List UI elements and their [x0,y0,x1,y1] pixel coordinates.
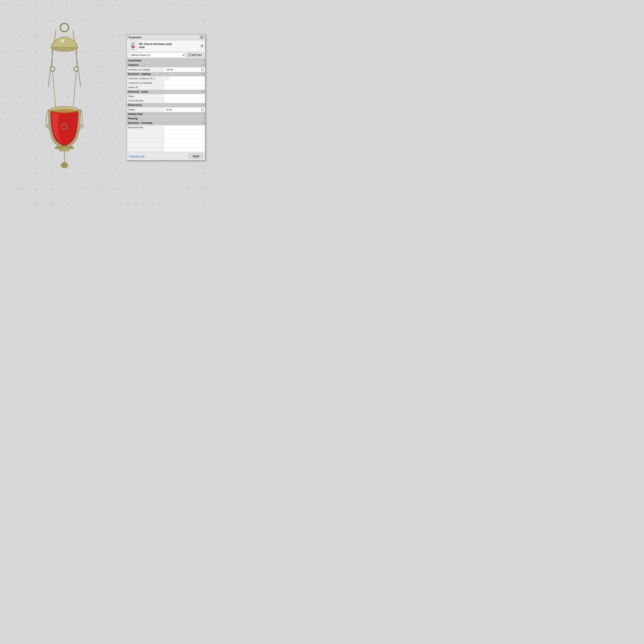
panel-name-block: RD_Church Sanctuary Lamp Gold ▼ [139,43,203,49]
height-input[interactable] [166,108,201,111]
section-electrical-lighting[interactable]: Electrical - Lighting » [127,72,205,76]
svg-line-1 [48,30,56,87]
section-graphics-collapse[interactable]: » [203,64,204,66]
name-dropdown-arrow[interactable]: ▼ [201,44,203,47]
panel-header: RD_Church Sanctuary Lamp Gold ▼ [127,40,205,52]
circuit-number-input[interactable] [166,99,204,102]
panel-titlebar: Properties × [127,34,205,40]
item-name-line1: RD_Church Sanctuary Lamp [139,43,172,46]
type-row: Lighting Fixtures (1) Edit Type [127,52,205,58]
symbolic-line-height-input[interactable] [166,68,201,71]
section-electrical-circuiting[interactable]: Electrical - Circuiting » [127,121,205,125]
prop-switch-id: Switch ID [127,85,205,90]
prop-panel: Panel [127,94,205,98]
close-button[interactable]: × [200,35,203,39]
prop-panel-value[interactable] [164,94,205,98]
panel-input[interactable] [166,95,204,97]
section-electrical-circuiting-label: Electrical - Circuiting [128,122,152,124]
electrical-data-input[interactable] [166,126,204,129]
symbolic-line-height-scroll[interactable]: ⋮ [201,68,204,71]
properties-scroll-area[interactable]: Constraints « Graphics » Symbolic Line H… [127,58,205,152]
prop-coefficient-utilization-label: Coefficient of Utilization [127,81,164,85]
empty-row-3 [127,138,205,143]
calculate-coefficient-checkbox[interactable] [166,77,168,80]
section-electrical-lighting-label: Electrical - Lighting [128,73,151,75]
section-dimensions[interactable]: Dimensions » [127,103,205,107]
svg-point-22 [132,43,134,45]
properties-help-link[interactable]: Properties help [129,155,144,157]
prop-symbolic-line-height: Symbolic Line Height ⋮ [127,67,205,72]
section-phasing-collapse[interactable]: « [203,117,204,119]
svg-rect-14 [60,148,69,151]
lamp-illustration [12,16,117,197]
prop-circuit-number-label: Circuit Number [127,98,164,103]
svg-rect-27 [132,49,134,50]
prop-calculate-coefficient: Calculate Coefficient of U... [127,76,205,81]
empty-row-1 [127,130,205,134]
section-constraints-label: Constraints [128,59,142,62]
prop-switch-id-label: Switch ID [127,85,164,90]
prop-symbolic-line-height-value[interactable]: ⋮ [164,67,205,72]
prop-electrical-data: Electrical Data [127,125,205,130]
section-identity-data-collapse[interactable]: « [203,113,204,115]
svg-point-5 [50,67,55,71]
prop-height: Height ⋮ [127,107,205,112]
section-electrical-loads-label: Electrical - Loads [128,90,148,93]
prop-electrical-data-label: Electrical Data [127,125,164,130]
section-constraints[interactable]: Constraints « [127,58,205,63]
prop-coefficient-utilization-value[interactable] [164,81,205,85]
empty-row-5 [127,147,205,152]
prop-coefficient-utilization: Coefficient of Utilization [127,81,205,85]
svg-point-0 [60,23,69,32]
apply-button[interactable]: Apply [189,154,203,159]
prop-symbolic-line-height-label: Symbolic Line Height [127,67,164,72]
prop-circuit-number: Circuit Number [127,98,205,103]
svg-point-12 [52,109,77,114]
svg-point-25 [131,45,135,46]
section-graphics-label: Graphics [128,64,139,66]
section-electrical-loads[interactable]: Electrical - Loads » [127,90,205,94]
height-scroll[interactable]: ⋮ [201,108,204,111]
section-electrical-loads-collapse[interactable]: » [203,90,204,93]
section-graphics[interactable]: Graphics » [127,63,205,67]
section-identity-data[interactable]: Identity Data « [127,112,205,116]
panel-footer: Properties help Apply [127,152,205,160]
section-dimensions-label: Dimensions [128,104,142,106]
section-constraints-collapse[interactable]: « [203,59,204,61]
svg-line-2 [73,30,81,87]
prop-circuit-number-value[interactable] [164,98,205,103]
section-identity-data-label: Identity Data [128,113,143,116]
svg-point-6 [74,67,78,71]
prop-electrical-data-value[interactable] [164,125,205,130]
prop-height-label: Height [127,107,164,112]
type-dropdown[interactable]: Lighting Fixtures (1) [129,53,185,57]
prop-calculate-coefficient-value[interactable] [164,76,205,81]
empty-row-4 [127,143,205,147]
coefficient-utilization-input[interactable] [166,82,204,84]
properties-table: Constraints « Graphics » Symbolic Line H… [127,58,205,152]
section-phasing[interactable]: Phasing « [127,116,205,121]
section-electrical-circuiting-collapse[interactable]: » [203,122,204,124]
item-icon-svg [130,42,136,50]
edit-type-icon [188,54,191,56]
item-icon-box [129,41,137,50]
item-name-line2: Gold [139,46,172,49]
section-dimensions-collapse[interactable]: » [203,104,204,106]
section-electrical-lighting-collapse[interactable]: » [203,73,204,75]
empty-row-2 [127,134,205,138]
svg-line-8 [73,71,76,109]
properties-panel: Properties × RD_Church Sanctuary Lamp Go… [127,34,205,160]
prop-switch-id-value[interactable] [164,85,205,90]
prop-panel-label: Panel [127,94,164,98]
section-phasing-label: Phasing [128,117,138,120]
panel-title: Properties [129,36,141,39]
prop-height-value[interactable]: ⋮ [164,107,205,112]
edit-type-button[interactable]: Edit Type [187,53,203,57]
switch-id-input[interactable] [166,86,204,89]
svg-line-7 [53,71,56,109]
svg-rect-18 [61,164,68,166]
prop-calculate-coefficient-label: Calculate Coefficient of U... [127,76,164,81]
